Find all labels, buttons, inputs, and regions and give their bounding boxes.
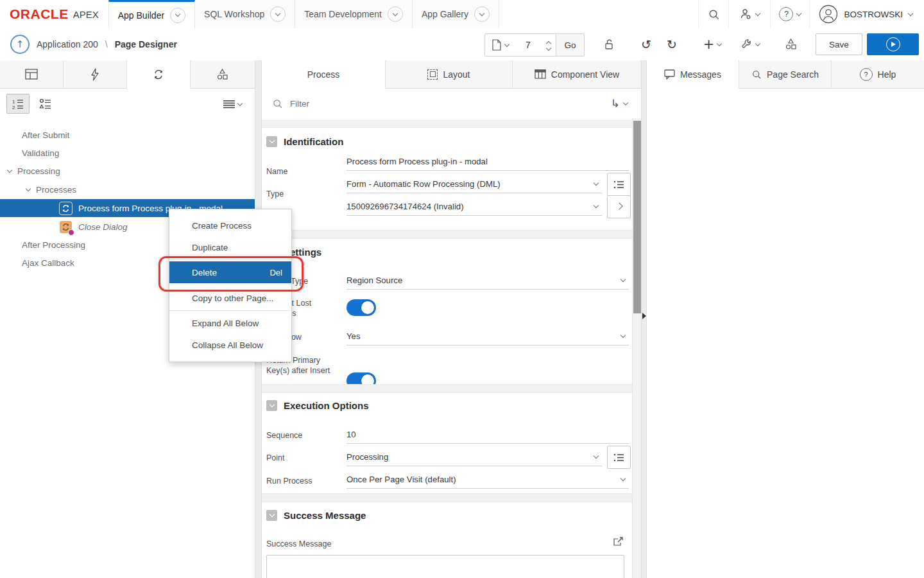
create-button[interactable]: + (698, 33, 726, 55)
section-separator (262, 120, 632, 128)
play-icon (886, 37, 900, 51)
tab-page-shared-components[interactable] (191, 60, 255, 89)
undo-button[interactable]: ↺ (634, 33, 658, 55)
menu-item-create-process[interactable]: Create Process (169, 215, 291, 236)
splitter-right[interactable] (641, 60, 647, 578)
tab-component-view[interactable]: Component View (513, 60, 642, 89)
shapes-icon (785, 38, 798, 51)
tree-item-after-submit[interactable]: After Submit (22, 126, 69, 144)
region-goto-button[interactable] (607, 195, 631, 218)
point-quick-pick-button[interactable] (607, 446, 631, 469)
type-select[interactable]: Form - Automatic Row Processing (DML) (346, 175, 602, 193)
process-icon-warning (59, 220, 73, 234)
tab-help[interactable]: ? Help (832, 60, 924, 89)
tab-layout[interactable]: Layout (386, 60, 513, 89)
search-icon (272, 98, 283, 109)
tab-dynamic-actions[interactable] (64, 60, 127, 89)
section-separator (262, 493, 632, 502)
order-by-processing-order-button[interactable]: 12 (6, 94, 30, 114)
point-select[interactable]: Processing (346, 448, 602, 466)
success-message-textarea[interactable] (266, 555, 624, 578)
help-icon: ? (860, 68, 873, 81)
prevent-lost-updates-toggle[interactable] (346, 299, 376, 316)
tab-messages[interactable]: Messages (647, 60, 739, 89)
field-label-sequence: Sequence (266, 430, 338, 441)
header-account-button[interactable]: BOSTROWSKI (809, 0, 924, 28)
chevron-down-icon (546, 46, 551, 51)
chevron-down-icon (270, 6, 286, 22)
filter-input[interactable] (289, 98, 535, 109)
go-up-icon[interactable]: ↑ (10, 35, 30, 54)
lock-button[interactable] (595, 35, 622, 54)
nav-tab-sql-workshop[interactable]: SQL Workshop (195, 0, 295, 28)
menu-item-label: Delete (192, 268, 217, 277)
menu-item-duplicate[interactable]: Duplicate (169, 236, 291, 258)
sequence-input[interactable]: 10 (346, 426, 629, 444)
go-button[interactable]: Go (556, 34, 584, 56)
menu-item-collapse-all-below[interactable]: Collapse All Below (169, 334, 291, 356)
chevron-down-icon (755, 10, 760, 15)
chevron-down-icon (170, 8, 185, 23)
page-number-input[interactable] (515, 35, 542, 55)
chevron-down-icon (796, 10, 801, 15)
svg-text:2: 2 (12, 105, 15, 110)
page-finder-button[interactable] (485, 34, 515, 56)
run-process-select[interactable]: Once Per Page Visit (default) (346, 471, 629, 489)
name-input[interactable]: Process form Process plug-in - modal (346, 153, 629, 171)
tree-item-processing[interactable]: Processing (8, 162, 60, 180)
header-search-button[interactable] (698, 0, 728, 28)
shared-components-button[interactable] (778, 33, 805, 55)
tree-item-validating[interactable]: Validating (22, 144, 59, 162)
menu-item-shortcut: Del (270, 268, 282, 277)
save-button[interactable]: Save (816, 33, 862, 55)
redo-button[interactable]: ↻ (660, 33, 684, 55)
tree-item-after-processing[interactable]: After Processing (22, 236, 85, 254)
nav-tab-app-builder[interactable]: App Builder (108, 0, 195, 29)
section-header-identification[interactable]: Identification (266, 136, 343, 147)
header-admin-button[interactable] (728, 0, 770, 28)
lock-row-select[interactable]: Yes (346, 328, 629, 346)
context-menu: Create Process Duplicate Delete Del Copy… (169, 209, 292, 362)
field-label-run-process: Run Process (266, 476, 338, 486)
nav-tab-label: App Builder (118, 10, 164, 21)
tab-rendering[interactable] (0, 60, 64, 89)
code-editor-popout-button[interactable] (612, 536, 624, 547)
tab-processing[interactable] (127, 60, 191, 89)
type-quick-pick-button[interactable] (607, 173, 631, 196)
columns-icon (535, 69, 546, 79)
section-header-execution-options[interactable]: Execution Options (266, 400, 369, 411)
breadcrumb-separator: \ (105, 39, 108, 49)
tab-label: Messages (680, 69, 721, 80)
scrollbar-thumb[interactable] (633, 121, 641, 313)
tab-page-search[interactable]: Page Search (739, 60, 832, 89)
target-type-select[interactable]: Region Source (346, 272, 629, 290)
go-to-group-button[interactable]: ↳ (611, 97, 628, 110)
order-by-type-button[interactable] (35, 94, 56, 114)
menu-item-delete[interactable]: Delete Del (169, 261, 291, 283)
header-help-button[interactable]: ? (770, 0, 809, 28)
run-page-button[interactable] (867, 33, 919, 55)
splitter-collapse-arrow-icon[interactable] (642, 313, 646, 319)
utilities-button[interactable] (735, 33, 765, 55)
section-title: Identification (284, 136, 343, 147)
wrench-icon (741, 39, 753, 50)
tab-process[interactable]: Process (262, 60, 386, 89)
menu-item-copy-to-other-page[interactable]: Copy to other Page... (169, 287, 291, 309)
page-number-stepper[interactable] (542, 40, 556, 50)
tree-item-processes[interactable]: Processes (26, 180, 76, 198)
chevron-down-icon (908, 10, 913, 15)
region-select[interactable]: 150092696734174624 (Invalid) (346, 198, 602, 216)
tree-item-close-dialog[interactable]: Close Dialog (59, 218, 128, 236)
menu-item-expand-all-below[interactable]: Expand All Below (169, 312, 291, 334)
brand-apex: APEX (73, 9, 99, 20)
nav-tab-team-development[interactable]: Team Development (295, 0, 413, 28)
breadcrumb-app-link[interactable]: Application 200 (37, 39, 98, 49)
nav-tab-app-gallery[interactable]: App Gallery (413, 0, 499, 28)
menu-item-label: Expand All Below (192, 319, 259, 328)
section-header-success-message[interactable]: Success Message (266, 510, 366, 521)
scrollbar-track[interactable] (632, 118, 641, 578)
message-bubble-icon (664, 69, 675, 80)
tree-item-ajax-callback[interactable]: Ajax Callback (22, 254, 74, 272)
tab-label: Component View (551, 69, 619, 80)
tree-menu-button[interactable] (218, 95, 246, 113)
